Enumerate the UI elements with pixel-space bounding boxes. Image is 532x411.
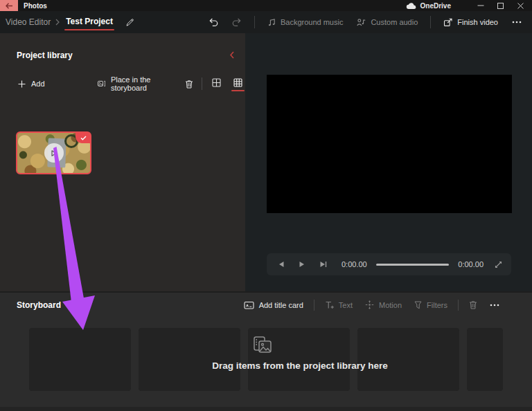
storyboard-placeholder[interactable] <box>467 328 503 391</box>
more-options-icon <box>490 304 499 307</box>
text-button[interactable]: Text <box>319 298 359 313</box>
storyboard-placeholder[interactable] <box>357 328 459 391</box>
project-name-label: Test Project <box>66 17 113 26</box>
undo-icon <box>209 17 218 27</box>
filters-label: Filters <box>427 301 447 309</box>
play-icon <box>50 149 57 157</box>
background-music-label: Background music <box>281 18 344 26</box>
place-in-storyboard-button[interactable]: Place in the storyboard <box>98 75 175 92</box>
rename-project-button[interactable] <box>125 18 134 27</box>
trash-icon <box>469 300 477 309</box>
add-button[interactable]: Add <box>18 80 45 88</box>
text-label: Text <box>339 301 353 309</box>
titlebar: Photos OneDrive <box>0 0 532 11</box>
custom-audio-label: Custom audio <box>371 18 418 26</box>
playback-controls: 0:00.00 0:00.00 <box>267 253 511 275</box>
previous-frame-button[interactable] <box>271 254 292 275</box>
add-title-card-button[interactable]: Add title card <box>238 298 310 313</box>
seek-slider[interactable] <box>376 264 450 266</box>
total-time-label: 0:00.00 <box>458 260 484 268</box>
finish-video-label: Finish video <box>457 18 498 26</box>
custom-audio-icon <box>357 18 366 26</box>
back-arrow-icon <box>6 3 13 9</box>
expand-icon <box>495 261 502 268</box>
selected-check-badge <box>76 132 91 143</box>
add-label: Add <box>31 80 45 88</box>
selected-tab-underline <box>64 29 114 30</box>
checkmark-icon <box>80 136 87 140</box>
music-note-icon <box>267 18 276 26</box>
text-icon <box>325 301 334 309</box>
onedrive-button[interactable]: OneDrive <box>406 2 451 10</box>
toolbar-separator <box>458 300 459 311</box>
breadcrumb-chevron-icon <box>55 19 60 26</box>
toolbar-separator <box>430 16 431 28</box>
background-music-button[interactable]: Background music <box>261 14 350 30</box>
breadcrumb-video-editor[interactable]: Video Editor <box>6 17 51 27</box>
more-options-icon <box>512 21 522 24</box>
play-button[interactable] <box>292 254 312 275</box>
custom-audio-button[interactable]: Custom audio <box>351 14 424 30</box>
place-in-storyboard-label: Place in the storyboard <box>111 75 174 92</box>
maximize-button[interactable] <box>490 0 511 11</box>
redo-button[interactable] <box>226 13 248 31</box>
storyboard-see-more-button[interactable] <box>484 300 506 310</box>
selected-view-underline <box>231 90 245 91</box>
pencil-icon <box>125 18 134 27</box>
back-button[interactable] <box>0 0 18 11</box>
storyboard-placeholder[interactable] <box>29 328 131 391</box>
play-clip-button[interactable] <box>44 143 64 163</box>
filters-icon <box>414 301 422 309</box>
title-card-icon <box>244 301 254 309</box>
filters-button[interactable]: Filters <box>408 298 454 313</box>
motion-label: Motion <box>379 301 402 309</box>
previous-frame-icon <box>278 261 285 268</box>
toolbar-separator <box>202 77 202 90</box>
storyboard-title: Storyboard <box>17 300 61 310</box>
close-button[interactable] <box>511 0 531 11</box>
grid-small-view-button[interactable] <box>231 76 245 91</box>
next-frame-icon <box>319 261 327 268</box>
finish-video-icon <box>443 18 452 27</box>
breadcrumb-test-project[interactable]: Test Project <box>64 12 114 32</box>
cloud-icon <box>406 2 417 10</box>
grid-2x2-icon <box>212 78 221 87</box>
window-bottom-edge <box>0 407 532 411</box>
add-title-card-label: Add title card <box>259 301 303 309</box>
video-clip-thumbnail[interactable] <box>16 131 91 174</box>
storyboard-section: Storyboard Add title card Text Motion <box>0 291 532 411</box>
next-frame-button[interactable] <box>312 254 333 275</box>
minimize-button[interactable] <box>470 0 490 11</box>
drag-hint-text: Drag items from the project library here <box>139 360 461 371</box>
place-in-storyboard-icon <box>98 80 105 88</box>
command-bar: Video Editor Test Project <box>0 11 532 33</box>
app-title: Photos <box>24 2 47 10</box>
image-stack-icon <box>253 336 274 355</box>
delete-card-button[interactable] <box>463 297 484 313</box>
trash-icon <box>185 80 193 89</box>
undo-button[interactable] <box>202 13 224 31</box>
toolbar-separator <box>314 300 314 311</box>
grid-3x3-icon <box>233 78 242 87</box>
video-preview-screen <box>267 75 512 213</box>
grid-large-view-button[interactable] <box>209 76 224 91</box>
storyboard-placeholder[interactable] <box>139 328 240 391</box>
fullscreen-button[interactable] <box>488 254 508 275</box>
redo-icon <box>232 17 242 27</box>
collapse-panel-button[interactable] <box>227 50 237 60</box>
see-more-button[interactable] <box>506 17 528 28</box>
project-library-panel: Project library Add Place in the storybo… <box>0 33 245 291</box>
delete-clip-button[interactable] <box>185 80 193 89</box>
onedrive-label: OneDrive <box>420 2 451 10</box>
plus-icon <box>18 80 26 88</box>
play-icon <box>299 261 305 268</box>
motion-icon <box>365 300 374 309</box>
finish-video-button[interactable]: Finish video <box>437 14 504 31</box>
chevron-left-icon <box>230 51 234 59</box>
toolbar-separator <box>254 16 255 28</box>
motion-button[interactable]: Motion <box>359 297 408 313</box>
photos-video-editor-window: Photos OneDrive Video Editor <box>0 0 532 411</box>
project-library-title: Project library <box>17 51 73 60</box>
preview-area: 0:00.00 0:00.00 <box>245 33 532 291</box>
current-time-label: 0:00.00 <box>342 260 367 268</box>
